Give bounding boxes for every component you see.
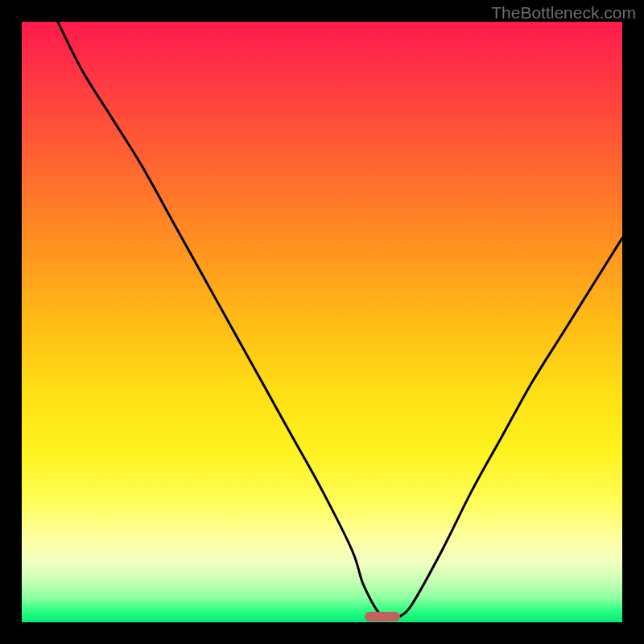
chart-frame: TheBottleneck.com [0, 0, 644, 644]
right-curve [400, 238, 622, 617]
curves-layer [22, 22, 622, 622]
watermark-text: TheBottleneck.com [491, 3, 636, 23]
bottleneck-marker [365, 612, 400, 621]
left-curve [58, 22, 400, 619]
plot-area [22, 22, 622, 622]
